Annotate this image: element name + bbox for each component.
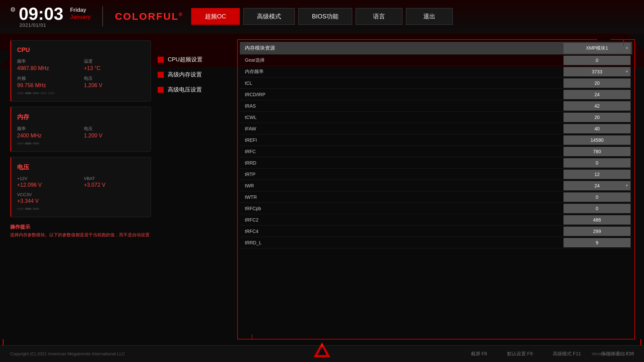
cpu-voltage-label: 电压 [84,75,144,81]
brand-sup: ® [179,12,183,17]
settings-row[interactable]: tREFI14580 [240,134,632,146]
settings-row-name: tCL [240,80,564,86]
settings-row-name: tRFC [240,149,564,154]
volt-card-title: 电压 [17,163,144,171]
cpu-voltage-group: 电压 1.206 V [84,75,144,88]
settings-row-name: tRRD [240,160,564,166]
settings-row-name: tRRD_L [240,240,564,245]
nav-btn-lang[interactable]: 语言 [356,8,402,25]
settings-row[interactable]: 内存频率3733 [240,66,632,77]
header-divider [102,6,103,26]
volt-card-grid: +12V +12.096 V VBAT +3.072 V VCC3V +3.34… [17,176,144,204]
settings-row[interactable]: tRAS42 [240,100,632,112]
v12-group: +12V +12.096 V [17,176,77,188]
section-dot-0 [158,57,164,63]
settings-row[interactable]: tRRD_L9 [240,237,632,248]
settings-row-name: Gear选择 [240,57,564,63]
footer-logo [314,342,330,359]
settings-row-value[interactable]: 40 [564,124,631,133]
settings-row-value[interactable]: 14580 [564,135,631,145]
settings-row[interactable]: tWTR0 [240,191,632,203]
v12-label: +12V [17,176,77,181]
settings-header-row[interactable]: 内存模块资源 XMP模块1 [240,42,632,55]
footer-version: Version/版本号: 1.126 [592,351,634,357]
vcc3v-group: VCC3V +3.344 V [17,192,77,204]
section-cpu-oc[interactable]: CPU超频设置 [158,54,231,65]
settings-row-value[interactable]: 0 [564,192,631,202]
settings-row[interactable]: tCL20 [240,77,632,89]
settings-row-value[interactable]: 780 [564,147,631,156]
date-display: 2021/01/01 [19,22,46,28]
settings-table: 内存模块资源 XMP模块1 Gear选择0内存频率3733tCL20tRCD/t… [240,42,632,337]
cpu-base-freq-label: 外频 [17,75,77,81]
settings-row-value[interactable]: 24 [564,181,631,190]
nav-btn-advanced[interactable]: 高级模式 [243,8,295,25]
cpu-wave [17,91,144,95]
settings-row-value[interactable]: 12 [564,170,631,179]
vcc3v-value: +3.344 V [17,198,77,204]
cpu-temp-value: +13 °C [84,65,144,71]
settings-row-name: 内存频率 [240,69,564,75]
section-volt-adv[interactable]: 高级电压设置 [158,84,231,96]
panel-top-deco [610,39,624,46]
cpu-base-freq-group: 外频 99.756 MHz [17,75,77,88]
settings-row-value[interactable]: 299 [564,227,631,236]
mem-voltage-group: 电压 1.200 V [84,126,144,139]
settings-row-value[interactable]: 24 [564,90,631,99]
mem-freq-group: 频率 2400 MHz [17,126,77,139]
cpu-temp-group: 温度 +13 °C [84,58,144,71]
settings-row[interactable]: tRCD/tRP24 [240,89,632,100]
settings-row-name: tWR [240,183,564,188]
settings-row[interactable]: tRFC4299 [240,226,632,237]
clock-time: ⚙ 09:03 Friday January [10,5,91,22]
settings-row-value[interactable]: 0 [564,56,631,65]
time-display: 09:03 [19,5,63,22]
settings-row[interactable]: tRFC780 [240,146,632,157]
settings-row[interactable]: tRFC2486 [240,214,632,226]
cpu-base-freq-value: 99.756 MHz [17,82,77,88]
settings-row[interactable]: tCWL20 [240,112,632,123]
settings-rows-container: Gear选择0内存频率3733tCL20tRCD/tRP24tRAS42tCWL… [240,55,632,248]
settings-row-name: tRAS [240,103,564,109]
cpu-voltage-value: 1.206 V [84,82,144,88]
day-label: Friday [70,7,91,14]
settings-row-value[interactable]: 0 [564,158,631,168]
nav-btn-oc[interactable]: 超频OC [191,8,240,25]
hint-text-normal: 选择内存参数模块。以下的参数值都是居于当前跑的值， [10,232,119,237]
settings-row[interactable]: tRRD0 [240,157,632,169]
section-mem-adv[interactable]: 高级内存设置 [158,69,231,80]
brand-name: COLORFUL [115,11,179,22]
mem-voltage-value: 1.200 V [84,133,144,139]
settings-row[interactable]: Gear选择0 [240,55,632,66]
settings-row-value[interactable]: 0 [564,204,631,213]
hint-title: 操作提示 [10,224,151,230]
cpu-card-title: CPU [17,47,144,54]
settings-row-value[interactable]: 42 [564,101,631,111]
mem-card-title: 内存 [17,113,144,121]
section-label-0: CPU超频设置 [168,56,203,63]
header-left: ⚙ 09:03 Friday January 2021/01/01 COLORF… [10,5,183,28]
settings-row-value[interactable]: 9 [564,238,631,247]
settings-row-value[interactable]: 20 [564,113,631,122]
settings-row-name: tREFI [240,137,564,143]
nav-btn-bios[interactable]: BIOS功能 [298,8,352,25]
day-month: Friday January [70,7,91,21]
settings-row[interactable]: tWR24 [240,180,632,191]
footer: Copyright (C) 2021 American Megatrends I… [0,345,644,362]
settings-row-value[interactable]: 486 [564,215,631,225]
mem-freq-label: 频率 [17,126,77,132]
hint-area: 操作提示 选择内存参数模块。以下的参数值都是居于当前跑的值，而不是自动设置 [10,224,151,238]
settings-row[interactable]: tRFCpb0 [240,203,632,214]
section-dot-2 [158,87,164,93]
settings-row[interactable]: tRTP12 [240,169,632,180]
settings-row[interactable]: tFAW40 [240,123,632,134]
cpu-freq-group: 频率 4987.80 MHz [17,58,77,71]
vbat-label: VBAT [84,176,144,181]
nav-btn-exit[interactable]: 退出 [406,8,453,25]
settings-row-value[interactable]: 20 [564,78,631,88]
settings-row-value[interactable]: 3733 [564,67,631,76]
volt-wave [17,207,144,211]
header-nav: 超频OC 高级模式 BIOS功能 语言 退出 [191,8,453,25]
footer-copyright: Copyright (C) 2021 American Megatrends I… [10,351,471,356]
settings-row-name: tRFC4 [240,229,564,234]
